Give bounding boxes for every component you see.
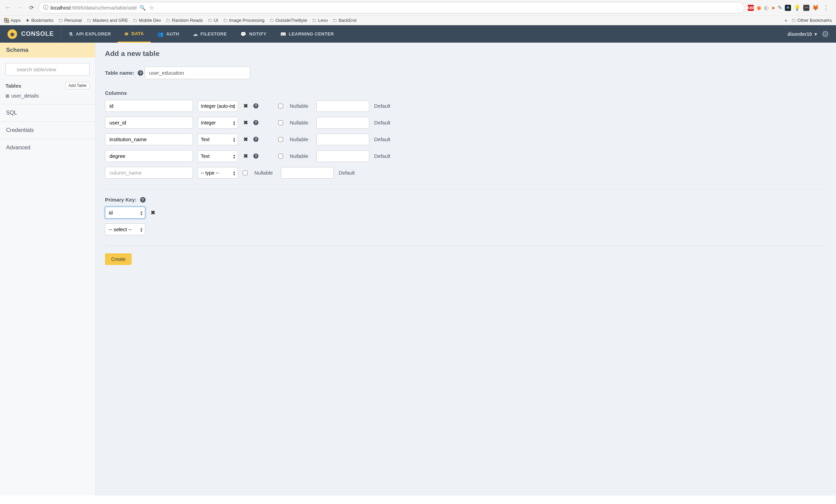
url-host: localhost:9695 (50, 5, 84, 11)
bulb-icon[interactable]: 💡 (794, 4, 801, 11)
default-input[interactable] (316, 134, 369, 145)
column-type-select[interactable]: Text (198, 134, 238, 145)
default-input[interactable] (316, 117, 369, 129)
column-type-select[interactable]: -- type -- (198, 167, 238, 179)
default-label: Default (374, 103, 390, 109)
remove-column-icon[interactable]: ✖ (243, 153, 249, 159)
remove-column-icon[interactable]: ✖ (243, 103, 249, 109)
help-icon[interactable]: ? (138, 70, 143, 76)
bookmark-randomreads[interactable]: 🗀Random Reads (166, 18, 203, 23)
folder-icon: 🗀 (332, 18, 337, 23)
ext-icon-3[interactable]: ⋯ (803, 5, 809, 11)
react-devtools-icon[interactable]: ⚛ (785, 5, 791, 11)
bookmark-other[interactable]: 🗀Other Bookmarks (791, 18, 832, 23)
main-content: Add a new table Table name: ? Columns In… (95, 43, 836, 495)
nav-data[interactable]: ≣DATA (118, 25, 151, 43)
nullable-checkbox[interactable] (278, 104, 283, 108)
ext-icon-2[interactable]: ● (772, 5, 775, 11)
help-icon[interactable]: ? (253, 137, 258, 142)
help-icon[interactable]: ? (253, 153, 258, 159)
help-icon[interactable]: ? (253, 120, 258, 125)
ublock-icon[interactable]: ◉ (757, 4, 761, 11)
nullable-checkbox[interactable] (278, 137, 283, 142)
column-row: Integer (auto-increment)▴▾ ✖ ? Nullable … (105, 100, 826, 112)
star-icon[interactable]: ☆ (149, 5, 154, 11)
bookmark-personal[interactable]: 🗀Personal (58, 18, 82, 23)
cloud-icon: ☁ (193, 31, 198, 37)
search-input[interactable] (5, 63, 90, 76)
users-icon: 👥 (158, 31, 164, 37)
bookmark-mobiledev[interactable]: 🗀Mobile Dev (133, 18, 161, 23)
help-icon[interactable]: ? (253, 103, 258, 108)
bookmark-bookmarks[interactable]: ★Bookmarks (26, 18, 54, 23)
nullable-label: Nullable (290, 120, 308, 125)
nullable-checkbox[interactable] (278, 154, 283, 159)
column-name-input[interactable] (105, 133, 193, 145)
add-table-button[interactable]: Add Table (65, 82, 90, 89)
remove-column-icon[interactable]: ✖ (243, 119, 249, 126)
nav-api-explorer[interactable]: ⚗API EXPLORER (62, 25, 118, 43)
abp-icon[interactable]: ABP (748, 5, 754, 11)
remove-column-icon[interactable]: ✖ (243, 136, 249, 143)
remove-pk-icon[interactable]: ✖ (150, 209, 156, 216)
sidebar-item-credentials[interactable]: Credentials (0, 121, 95, 139)
create-button[interactable]: Create (105, 253, 132, 265)
sidebar-item-sql[interactable]: SQL (0, 104, 95, 121)
primary-key-select-empty[interactable]: -- select -- (105, 223, 145, 235)
bookmark-ui[interactable]: 🗀UI (208, 18, 218, 23)
bookmark-apps[interactable]: Apps (4, 18, 21, 23)
browser-chrome: ← → ⟳ ⓘ localhost:9695 /data/schema/tabl… (0, 0, 836, 25)
nav-notify[interactable]: 💬NOTIFY (234, 25, 273, 43)
column-name-input[interactable] (105, 117, 193, 129)
username-dropdown[interactable]: disorder10 ▾ (788, 31, 817, 37)
reload-button[interactable]: ⟳ (28, 4, 35, 12)
primary-key-label: Primary Key: (105, 197, 137, 203)
bookmark-levo[interactable]: 🗀Levo (312, 18, 328, 23)
nav-filestore[interactable]: ☁FILESTORE (186, 25, 234, 43)
column-name-input[interactable] (105, 167, 193, 179)
help-icon[interactable]: ? (140, 197, 146, 203)
default-label: Default (374, 120, 390, 125)
primary-key-select[interactable]: id (105, 207, 145, 219)
sidebar-table-user-details[interactable]: ▦ user_details (5, 93, 90, 99)
brand[interactable]: ◉ CONSOLE (0, 25, 62, 43)
nav-learning-center[interactable]: 📖LEARNING CENTER (273, 25, 341, 43)
book-icon: 📖 (280, 31, 286, 37)
column-type-select[interactable]: Integer (auto-increment) (198, 100, 238, 112)
bookmark-backend[interactable]: 🗀BackEnd (332, 18, 356, 23)
column-type-select[interactable]: Integer (198, 117, 238, 129)
table-name-input[interactable] (145, 66, 250, 79)
folder-icon: 🗀 (269, 18, 274, 23)
column-row: Integer▴▾ ✖ ? Nullable Default (105, 117, 826, 129)
database-icon: ≣ (124, 31, 129, 36)
column-name-input[interactable] (105, 150, 193, 162)
gear-icon[interactable]: ⚙ (822, 29, 829, 39)
forward-button[interactable]: → (16, 3, 25, 12)
picker-icon[interactable]: ✎ (778, 4, 782, 11)
star-icon: ★ (26, 18, 30, 23)
bookmark-imageprocessing[interactable]: 🗀Image Processing (223, 18, 265, 23)
brand-title: CONSOLE (21, 30, 54, 38)
folder-icon: 🗀 (58, 18, 63, 23)
folder-icon: 🗀 (223, 18, 227, 23)
ext-icon-1[interactable]: ◐ (764, 4, 769, 11)
default-input[interactable] (281, 167, 334, 179)
nullable-checkbox[interactable] (243, 171, 248, 175)
column-type-select[interactable]: Text (198, 150, 238, 162)
bookmark-overflow[interactable]: » (785, 18, 787, 23)
zoom-icon[interactable]: 🔍 (139, 5, 146, 11)
ext-icon-4[interactable]: 🦊 (812, 4, 819, 11)
url-bar[interactable]: ⓘ localhost:9695 /data/schema/table/add … (39, 2, 744, 13)
nav-auth[interactable]: 👥AUTH (151, 25, 186, 43)
default-input[interactable] (316, 100, 369, 112)
bookmarks-bar: Apps ★Bookmarks 🗀Personal 🗀Masters and G… (0, 15, 836, 25)
chrome-menu-icon[interactable]: ⋮ (822, 4, 831, 12)
nullable-checkbox[interactable] (278, 120, 283, 125)
bookmark-masters[interactable]: 🗀Masters and GRE (87, 18, 128, 23)
nullable-label: Nullable (254, 170, 273, 176)
back-button[interactable]: ← (3, 3, 12, 12)
sidebar-item-advanced[interactable]: Advanced (0, 139, 95, 156)
bookmark-outsidethebyte[interactable]: 🗀OutsideTheByte (269, 18, 307, 23)
column-name-input[interactable] (105, 100, 193, 112)
default-input[interactable] (316, 150, 369, 162)
